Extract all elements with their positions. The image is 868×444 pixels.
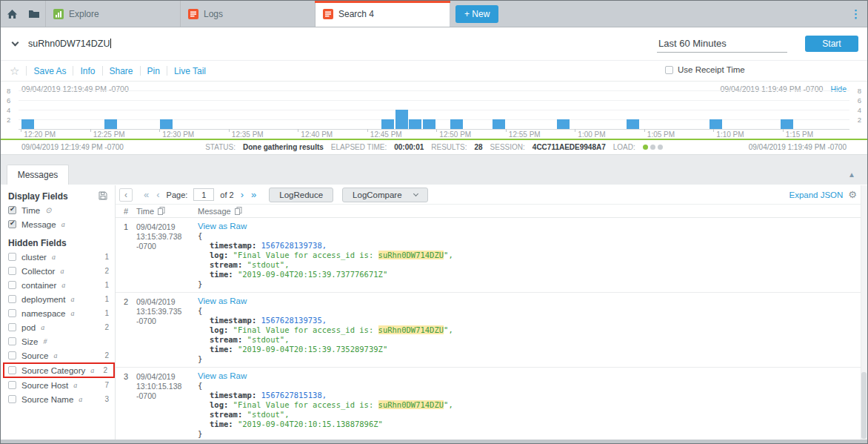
- search-match-highlight: suRhn0DW714DZU: [378, 400, 444, 409]
- histogram-bar[interactable]: [493, 119, 505, 129]
- logcompare-button[interactable]: LogCompare: [342, 188, 427, 202]
- save-as-link[interactable]: Save As: [33, 66, 66, 76]
- tab-explore[interactable]: Explore: [45, 1, 180, 27]
- field-checkbox[interactable]: [8, 395, 16, 403]
- save-fields-icon[interactable]: [99, 191, 107, 202]
- sumo-logic-search-app: Explore Logs Search 4 + New ⋮: [0, 0, 868, 444]
- vertical-scrollbar[interactable]: [861, 185, 867, 440]
- hidden-field-row[interactable]: containera1: [8, 278, 115, 292]
- name-value[interactable]: prod-loggen.pagerduty-84d685f79f-2v68t.p…: [321, 291, 521, 292]
- field-checkbox[interactable]: [8, 267, 16, 275]
- view-as-raw-link[interactable]: View as Raw: [198, 371, 867, 381]
- scrollbar-thumb[interactable]: [861, 372, 867, 439]
- live-tail-link[interactable]: Live Tail: [174, 66, 206, 76]
- logreduce-button[interactable]: LogReduce: [269, 188, 333, 202]
- histogram-bar[interactable]: [557, 119, 570, 129]
- field-checkbox[interactable]: [8, 351, 16, 359]
- hidden-field-row[interactable]: clustera1: [8, 250, 115, 264]
- home-button[interactable]: [1, 1, 23, 27]
- field-checkbox[interactable]: [8, 281, 16, 289]
- histogram-bar[interactable]: [627, 119, 639, 129]
- field-name: Source Name: [21, 395, 73, 404]
- host-value[interactable]: 34.220.128.216: [219, 365, 276, 367]
- last-page-button[interactable]: »: [251, 189, 256, 200]
- histogram-bar[interactable]: [104, 119, 117, 129]
- next-page-button[interactable]: ›: [241, 189, 244, 200]
- library-button[interactable]: [23, 1, 45, 27]
- hidden-field-row[interactable]: namespacea1: [8, 306, 115, 320]
- histogram-bar[interactable]: [409, 119, 421, 129]
- pin-link[interactable]: Pin: [147, 66, 160, 76]
- hidden-field-row[interactable]: deploymenta1: [8, 292, 115, 306]
- message-column-header[interactable]: Message: [198, 207, 867, 216]
- info-link[interactable]: Info: [80, 66, 95, 76]
- share-link[interactable]: Share: [110, 66, 133, 76]
- view-as-raw-link[interactable]: View as Raw: [198, 296, 867, 306]
- json-line-timestamp: timestamp: 1567628139738,: [198, 241, 867, 251]
- field-name: deployment: [21, 295, 65, 304]
- collapse-fields-button[interactable]: ‹: [119, 188, 133, 202]
- tab-logs[interactable]: Logs: [180, 1, 315, 27]
- gear-icon[interactable]: ⚙: [848, 189, 857, 200]
- view-as-raw-link[interactable]: View as Raw: [198, 221, 867, 231]
- field-name: Source Category: [21, 366, 85, 375]
- hidden-field-row[interactable]: Size#: [8, 334, 115, 348]
- new-tab-button[interactable]: + New: [455, 5, 498, 23]
- histogram-bar[interactable]: [160, 119, 173, 129]
- hidden-field-row[interactable]: Source Hosta7: [8, 378, 115, 392]
- start-button[interactable]: Start: [805, 36, 858, 52]
- first-page-button[interactable]: «: [144, 189, 149, 200]
- expand-json-link[interactable]: Expand JSON: [789, 190, 843, 199]
- field-checkbox[interactable]: [8, 295, 16, 303]
- time-column-header[interactable]: Time: [136, 207, 198, 216]
- json-string: "2019-09-04T20:15:39.737776671Z": [238, 270, 387, 279]
- field-name: namespace: [21, 309, 65, 318]
- field-checkbox[interactable]: [8, 366, 16, 374]
- field-checkbox[interactable]: [8, 220, 16, 228]
- x-axis-tick-label: 12:45 PM: [370, 130, 402, 139]
- field-checkbox[interactable]: [8, 253, 16, 261]
- prev-page-button[interactable]: ‹: [156, 189, 159, 200]
- field-checkbox[interactable]: [8, 206, 16, 214]
- histogram-bar[interactable]: [381, 119, 394, 129]
- field-checkbox[interactable]: [8, 323, 16, 331]
- name-value[interactable]: prod-loggen.pagerduty-84d685f79f-2v68t.p…: [321, 365, 521, 367]
- histogram-bar[interactable]: [21, 119, 34, 129]
- tab-search-4[interactable]: Search 4: [315, 1, 450, 27]
- horizontal-scrollbar[interactable]: [1, 440, 867, 443]
- time-range-selector[interactable]: Last 60 Minutes: [657, 35, 787, 53]
- category-value[interactable]: kubernetes/prod/loggen/pagerduty: [577, 291, 712, 292]
- logs-icon: [188, 9, 198, 19]
- host-value[interactable]: 34.220.128.216: [219, 291, 276, 292]
- hidden-field-row[interactable]: Sourcea2: [8, 348, 115, 362]
- favorite-star-icon[interactable]: ☆: [10, 64, 19, 78]
- category-value[interactable]: kubernetes/prod/loggen/pagerduty: [577, 365, 712, 367]
- page-label: Page:: [167, 190, 188, 199]
- field-checkbox[interactable]: [8, 309, 16, 317]
- histogram-bar[interactable]: [781, 119, 793, 129]
- collapse-panel-icon[interactable]: ▲: [848, 170, 855, 179]
- tab-messages[interactable]: Messages: [7, 165, 69, 185]
- hide-histogram-link[interactable]: Hide: [830, 85, 847, 93]
- results-content: Display Fields Time⊙Messagea Hidden Fiel…: [1, 185, 867, 440]
- copy-icon: [235, 207, 242, 215]
- query-expand-chevron-icon[interactable]: [12, 39, 19, 46]
- field-checkbox[interactable]: [8, 337, 16, 345]
- histogram-bar[interactable]: [450, 119, 463, 129]
- row-time: 09/04/201913:10:15.138 -0700: [136, 371, 198, 440]
- search-query-input[interactable]: suRhn0DW714DZU: [28, 39, 657, 49]
- page-number-input[interactable]: [193, 188, 214, 201]
- row-time-value: 13:15:39.735 -0700: [136, 307, 198, 326]
- histogram-bar[interactable]: [423, 119, 435, 129]
- hidden-field-row-highlighted[interactable]: Source Categorya2: [3, 362, 115, 378]
- hidden-field-row[interactable]: poda2: [8, 320, 115, 334]
- histogram-bar[interactable]: [710, 119, 722, 129]
- use-receipt-time-checkbox[interactable]: [665, 66, 673, 74]
- field-checkbox[interactable]: [8, 381, 16, 389]
- hidden-field-row[interactable]: Source Namea3: [8, 392, 115, 406]
- hidden-field-row[interactable]: Collectora2: [8, 264, 115, 278]
- field-count: 3: [104, 395, 109, 403]
- histogram-bar[interactable]: [395, 110, 408, 129]
- kebab-menu-icon[interactable]: ⋮: [850, 7, 861, 21]
- x-axis-tick: [783, 129, 784, 132]
